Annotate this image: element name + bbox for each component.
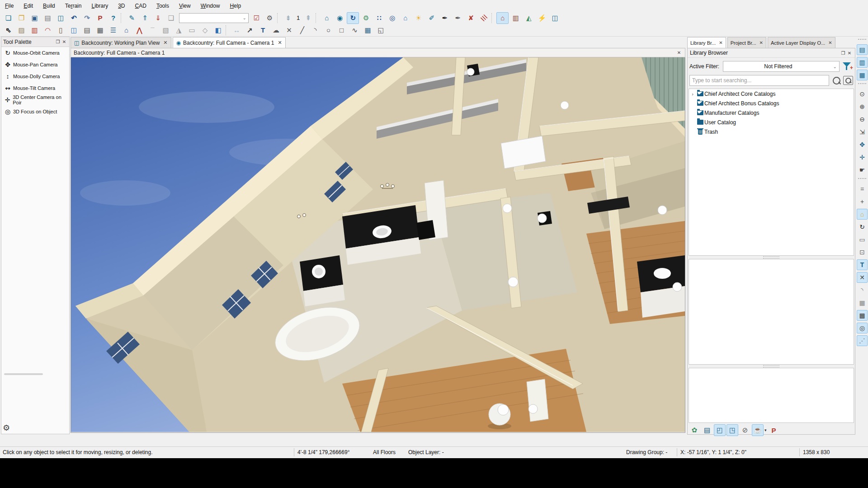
tile-windows-button[interactable]: ◫: [549, 12, 561, 24]
dropdown-caret-icon[interactable]: ▾: [764, 428, 767, 432]
pane-splitter-2[interactable]: [688, 365, 855, 368]
menu-file[interactable]: File: [0, 0, 19, 11]
undo-zoom-button[interactable]: ⇲: [857, 127, 868, 137]
layer-sets-button[interactable]: ≡: [857, 183, 868, 194]
electrical-tools-button[interactable]: ⚡: [536, 12, 548, 24]
dock-tab-library-browser[interactable]: Library Br...✕: [687, 37, 726, 48]
cad-detail-button[interactable]: ◱: [375, 24, 387, 36]
ceiling-plane-button[interactable]: ¯: [146, 24, 159, 36]
viewport-close-icon[interactable]: ✕: [676, 50, 682, 56]
find-object-button[interactable]: ⊡: [857, 247, 868, 258]
3d-box-button[interactable]: ◧: [212, 24, 224, 36]
project-browser-toggle-button[interactable]: ▥: [857, 57, 868, 68]
close-icon[interactable]: ✕: [163, 40, 167, 46]
color-eyedropper-button[interactable]: ✒: [439, 12, 451, 24]
palette-item-mouse-pan-camera[interactable]: ✥Mouse-Pan Camera: [1, 59, 69, 70]
roof-plane-button[interactable]: ⋀: [133, 24, 146, 36]
full-camera-button[interactable]: ◉: [334, 12, 346, 24]
menu-cad[interactable]: CAD: [130, 0, 151, 11]
text-button[interactable]: T: [257, 24, 269, 36]
menu-3d[interactable]: 3D: [113, 0, 130, 11]
object-snaps-button[interactable]: ▩: [857, 310, 868, 321]
print-preview-button[interactable]: P: [94, 12, 106, 24]
record-walkthrough-button[interactable]: ◎: [386, 12, 398, 24]
cabinet-tools-button[interactable]: ▥: [509, 12, 522, 24]
palette-item-mouse-dolly-camera[interactable]: ↕Mouse-Dolly Camera: [1, 70, 69, 82]
text-callout-button[interactable]: ☁: [270, 24, 282, 36]
palette-item-mouse-orbit-camera[interactable]: ↻Mouse-Orbit Camera: [1, 47, 69, 59]
toolbar-combo[interactable]: ⌄: [179, 13, 249, 23]
preferences-button[interactable]: ⚙: [264, 12, 276, 24]
gear-icon[interactable]: ⚙: [3, 423, 10, 433]
expander-icon[interactable]: ›: [689, 91, 696, 97]
close-icon[interactable]: ✕: [278, 40, 282, 46]
close-icon[interactable]: ✕: [760, 40, 763, 45]
library-browser-toggle-button[interactable]: ▤: [857, 44, 868, 55]
polyline-button[interactable]: ∿: [349, 24, 361, 36]
palette-close-icon[interactable]: ✕: [61, 39, 67, 45]
auto-exterior-details-button[interactable]: ⌂: [496, 12, 509, 24]
soffit-button[interactable]: ▭: [186, 24, 198, 36]
draw-stairs-button[interactable]: ☰: [107, 24, 119, 36]
palette-float-icon[interactable]: ❐: [55, 39, 61, 45]
adjust-lights-button[interactable]: ☀: [412, 12, 425, 24]
menu-library[interactable]: Library: [86, 0, 113, 11]
redo-button[interactable]: ↷: [81, 12, 93, 24]
arc-creation-mode-button[interactable]: ◝: [857, 285, 868, 296]
zoom-in-button[interactable]: ⊕: [857, 101, 868, 112]
menu-build[interactable]: Build: [38, 0, 60, 11]
tree-chief-architect-core-catalogs[interactable]: ›Chief Architect Core Catalogs: [689, 89, 854, 99]
window-button[interactable]: ◫: [68, 24, 80, 36]
library-selection-pane[interactable]: [689, 259, 854, 365]
geometric-shape-button[interactable]: ◇: [199, 24, 211, 36]
show-search-filters-button[interactable]: ◰: [714, 424, 726, 436]
dialog-defaults-button[interactable]: ☑: [250, 12, 263, 24]
active-filter-dropdown[interactable]: Not Filtered ⌄: [723, 61, 840, 72]
draw-circle-button[interactable]: ○: [322, 24, 335, 36]
dollhouse-view-button[interactable]: ⌂: [399, 12, 411, 24]
toggle-3d-preview-button[interactable]: ⊘: [739, 424, 751, 436]
palette-item-3d-focus-on-object[interactable]: ◎3D Focus on Object: [1, 106, 69, 117]
floor-plan-camera-button[interactable]: ⌂: [321, 12, 333, 24]
material-painter-button[interactable]: ✐: [425, 12, 438, 24]
base-cabinet-button[interactable]: ▤: [81, 24, 93, 36]
close-icon[interactable]: ✕: [719, 40, 722, 45]
render-technique-button[interactable]: ⚙: [360, 12, 372, 24]
menu-help[interactable]: Help: [225, 0, 246, 11]
menu-edit[interactable]: Edit: [19, 0, 38, 11]
print-button[interactable]: ▤: [42, 12, 54, 24]
tree-trash[interactable]: Trash: [689, 127, 854, 136]
hatch-material-button[interactable]: ☰: [478, 12, 490, 24]
bumping-pushing-button[interactable]: ⋰: [857, 335, 868, 346]
menu-window[interactable]: Window: [196, 0, 225, 11]
dock-handle-2[interactable]: [858, 83, 866, 87]
layer-display-options-toggle-button[interactable]: ▦: [857, 70, 868, 80]
auto-dormer-button[interactable]: ⌂: [120, 24, 132, 36]
add-filter-button[interactable]: +: [841, 61, 853, 72]
tab-working-plan-view[interactable]: ◫Backcountry: Working Plan View✕: [71, 37, 171, 48]
floor-up-button[interactable]: ⇞: [302, 12, 314, 24]
gable-wall-button[interactable]: ◮: [173, 24, 185, 36]
draw-box-button[interactable]: □: [335, 24, 348, 36]
render-preview-mode-button[interactable]: ☕: [752, 424, 764, 436]
straight-railing-button[interactable]: ▥: [28, 24, 41, 36]
menu-terrain[interactable]: Terrain: [60, 0, 87, 11]
tab-full-camera[interactable]: ◉Backcountry: Full Camera - Camera 1✕: [173, 37, 286, 48]
object-properties-button[interactable]: P: [768, 424, 780, 436]
palette-item-mouse-tilt-camera[interactable]: ↭Mouse-Tilt Camera: [1, 82, 69, 94]
hinged-door-button[interactable]: ▯: [55, 24, 67, 36]
curved-wall-button[interactable]: ◠: [42, 24, 54, 36]
dock-handle-1[interactable]: [858, 39, 866, 42]
palette-item-3d-center-camera-on-point[interactable]: ✛3D Center Camera on Poir: [1, 94, 69, 106]
marker-button[interactable]: ✕: [283, 24, 295, 36]
straight-wall-button[interactable]: ▨: [15, 24, 28, 36]
undo-button[interactable]: ↶: [68, 12, 80, 24]
mouse-orbit-camera-button[interactable]: ↻: [347, 12, 359, 24]
close-icon[interactable]: ✕: [828, 40, 832, 45]
material-eyedropper-button[interactable]: ✒: [452, 12, 464, 24]
copy-region-button[interactable]: ❑: [165, 12, 177, 24]
pane-splitter-1[interactable]: [688, 256, 855, 259]
tree-chief-architect-bonus-catalogs[interactable]: Chief Architect Bonus Catalogs: [689, 99, 854, 108]
search-icon[interactable]: [833, 77, 840, 84]
floor-down-button[interactable]: ⇟: [282, 12, 294, 24]
